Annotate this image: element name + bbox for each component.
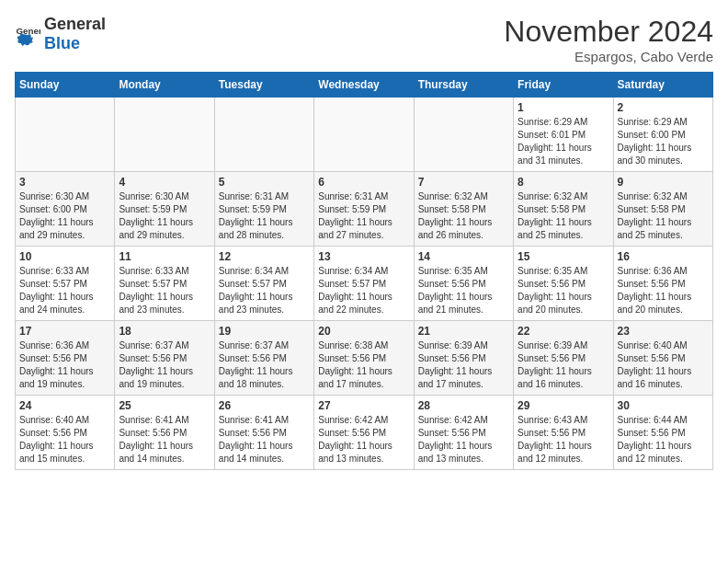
day-number: 12 [219, 250, 310, 263]
day-info: Sunrise: 6:33 AM Sunset: 5:57 PM Dayligh… [119, 265, 210, 316]
day-number: 30 [618, 399, 709, 412]
day-number: 8 [518, 176, 609, 189]
day-info: Sunrise: 6:35 AM Sunset: 5:56 PM Dayligh… [418, 265, 509, 316]
day-number: 29 [518, 399, 609, 412]
week-row-5: 24Sunrise: 6:40 AM Sunset: 5:56 PM Dayli… [16, 396, 713, 470]
calendar-cell: 8Sunrise: 6:32 AM Sunset: 5:58 PM Daylig… [514, 172, 613, 247]
day-number: 3 [19, 176, 110, 189]
day-number: 25 [119, 399, 210, 412]
calendar-cell: 6Sunrise: 6:31 AM Sunset: 5:59 PM Daylig… [314, 172, 414, 247]
day-info: Sunrise: 6:39 AM Sunset: 5:56 PM Dayligh… [418, 339, 509, 391]
calendar-cell: 27Sunrise: 6:42 AM Sunset: 5:56 PM Dayli… [314, 396, 414, 470]
month-title: November 2024 [504, 15, 713, 49]
calendar-cell: 13Sunrise: 6:34 AM Sunset: 5:57 PM Dayli… [314, 247, 414, 321]
day-number: 13 [318, 250, 409, 263]
day-info: Sunrise: 6:37 AM Sunset: 5:56 PM Dayligh… [219, 339, 310, 391]
day-info: Sunrise: 6:32 AM Sunset: 5:58 PM Dayligh… [618, 190, 709, 242]
day-number: 19 [219, 325, 310, 338]
week-row-1: 1Sunrise: 6:29 AM Sunset: 6:01 PM Daylig… [16, 98, 713, 172]
calendar-cell [314, 98, 414, 172]
day-info: Sunrise: 6:33 AM Sunset: 5:57 PM Dayligh… [19, 265, 110, 316]
calendar-cell [214, 98, 313, 172]
day-number: 10 [19, 250, 110, 263]
day-info: Sunrise: 6:41 AM Sunset: 5:56 PM Dayligh… [119, 414, 210, 465]
calendar-cell: 21Sunrise: 6:39 AM Sunset: 5:56 PM Dayli… [414, 321, 513, 396]
calendar-cell [414, 98, 513, 172]
header-row: SundayMondayTuesdayWednesdayThursdayFrid… [16, 73, 713, 98]
day-number: 6 [318, 176, 409, 189]
day-info: Sunrise: 6:32 AM Sunset: 5:58 PM Dayligh… [418, 190, 509, 242]
calendar-cell: 30Sunrise: 6:44 AM Sunset: 5:56 PM Dayli… [613, 396, 712, 470]
calendar-cell: 4Sunrise: 6:30 AM Sunset: 5:59 PM Daylig… [115, 172, 214, 247]
header-cell-saturday: Saturday [613, 73, 712, 98]
calendar-cell: 22Sunrise: 6:39 AM Sunset: 5:56 PM Dayli… [514, 321, 613, 396]
calendar-cell: 26Sunrise: 6:41 AM Sunset: 5:56 PM Dayli… [214, 396, 313, 470]
day-info: Sunrise: 6:37 AM Sunset: 5:56 PM Dayligh… [119, 339, 210, 391]
calendar-cell: 1Sunrise: 6:29 AM Sunset: 6:01 PM Daylig… [514, 98, 613, 172]
week-row-4: 17Sunrise: 6:36 AM Sunset: 5:56 PM Dayli… [16, 321, 713, 396]
logo-general: General [44, 15, 106, 33]
calendar-cell: 7Sunrise: 6:32 AM Sunset: 5:58 PM Daylig… [414, 172, 513, 247]
calendar-cell [115, 98, 214, 172]
day-info: Sunrise: 6:34 AM Sunset: 5:57 PM Dayligh… [219, 265, 310, 316]
day-info: Sunrise: 6:31 AM Sunset: 5:59 PM Dayligh… [318, 190, 409, 242]
day-info: Sunrise: 6:38 AM Sunset: 5:56 PM Dayligh… [318, 339, 409, 391]
day-number: 18 [119, 325, 210, 338]
day-number: 24 [19, 399, 110, 412]
day-info: Sunrise: 6:29 AM Sunset: 6:00 PM Dayligh… [618, 116, 709, 167]
day-number: 5 [219, 176, 310, 189]
calendar-cell: 5Sunrise: 6:31 AM Sunset: 5:59 PM Daylig… [214, 172, 313, 247]
calendar-cell: 19Sunrise: 6:37 AM Sunset: 5:56 PM Dayli… [214, 321, 313, 396]
calendar-cell: 12Sunrise: 6:34 AM Sunset: 5:57 PM Dayli… [214, 247, 313, 321]
day-number: 9 [618, 176, 709, 189]
day-info: Sunrise: 6:43 AM Sunset: 5:56 PM Dayligh… [518, 414, 609, 465]
day-number: 22 [518, 325, 609, 338]
day-number: 1 [518, 101, 609, 114]
location-subtitle: Espargos, Cabo Verde [504, 49, 713, 64]
calendar-cell: 20Sunrise: 6:38 AM Sunset: 5:56 PM Dayli… [314, 321, 414, 396]
day-number: 4 [119, 176, 210, 189]
svg-text:General: General [16, 26, 40, 36]
day-number: 21 [418, 325, 509, 338]
day-info: Sunrise: 6:35 AM Sunset: 5:56 PM Dayligh… [518, 265, 609, 316]
day-number: 20 [318, 325, 409, 338]
calendar-table: SundayMondayTuesdayWednesdayThursdayFrid… [15, 72, 713, 470]
day-number: 2 [618, 101, 709, 114]
header-cell-monday: Monday [115, 73, 214, 98]
header-cell-tuesday: Tuesday [214, 73, 313, 98]
calendar-cell: 28Sunrise: 6:42 AM Sunset: 5:56 PM Dayli… [414, 396, 513, 470]
calendar-cell: 23Sunrise: 6:40 AM Sunset: 5:56 PM Dayli… [613, 321, 712, 396]
day-info: Sunrise: 6:40 AM Sunset: 5:56 PM Dayligh… [618, 339, 709, 391]
day-number: 26 [219, 399, 310, 412]
calendar-cell: 29Sunrise: 6:43 AM Sunset: 5:56 PM Dayli… [514, 396, 613, 470]
day-number: 17 [19, 325, 110, 338]
day-info: Sunrise: 6:29 AM Sunset: 6:01 PM Dayligh… [518, 116, 609, 167]
day-number: 15 [518, 250, 609, 263]
calendar-cell [16, 98, 115, 172]
day-number: 23 [618, 325, 709, 338]
day-number: 27 [318, 399, 409, 412]
title-area: November 2024 Espargos, Cabo Verde [504, 15, 713, 64]
day-info: Sunrise: 6:31 AM Sunset: 5:59 PM Dayligh… [219, 190, 310, 242]
calendar-cell: 15Sunrise: 6:35 AM Sunset: 5:56 PM Dayli… [514, 247, 613, 321]
calendar-cell: 10Sunrise: 6:33 AM Sunset: 5:57 PM Dayli… [16, 247, 115, 321]
calendar-cell: 25Sunrise: 6:41 AM Sunset: 5:56 PM Dayli… [115, 396, 214, 470]
day-number: 7 [418, 176, 509, 189]
calendar-cell: 9Sunrise: 6:32 AM Sunset: 5:58 PM Daylig… [613, 172, 712, 247]
day-number: 11 [119, 250, 210, 263]
calendar-cell: 16Sunrise: 6:36 AM Sunset: 5:56 PM Dayli… [613, 247, 712, 321]
header-cell-wednesday: Wednesday [314, 73, 414, 98]
calendar-cell: 2Sunrise: 6:29 AM Sunset: 6:00 PM Daylig… [613, 98, 712, 172]
day-info: Sunrise: 6:40 AM Sunset: 5:56 PM Dayligh… [19, 414, 110, 465]
week-row-2: 3Sunrise: 6:30 AM Sunset: 6:00 PM Daylig… [16, 172, 713, 247]
header: General General Blue November 2024 Espar… [15, 15, 713, 64]
day-info: Sunrise: 6:41 AM Sunset: 5:56 PM Dayligh… [219, 414, 310, 465]
calendar-cell: 14Sunrise: 6:35 AM Sunset: 5:56 PM Dayli… [414, 247, 513, 321]
calendar-cell: 24Sunrise: 6:40 AM Sunset: 5:56 PM Dayli… [16, 396, 115, 470]
day-info: Sunrise: 6:39 AM Sunset: 5:56 PM Dayligh… [518, 339, 609, 391]
day-info: Sunrise: 6:42 AM Sunset: 5:56 PM Dayligh… [418, 414, 509, 465]
day-info: Sunrise: 6:34 AM Sunset: 5:57 PM Dayligh… [318, 265, 409, 316]
day-info: Sunrise: 6:30 AM Sunset: 6:00 PM Dayligh… [19, 190, 110, 242]
calendar-cell: 3Sunrise: 6:30 AM Sunset: 6:00 PM Daylig… [16, 172, 115, 247]
day-info: Sunrise: 6:36 AM Sunset: 5:56 PM Dayligh… [618, 265, 709, 316]
